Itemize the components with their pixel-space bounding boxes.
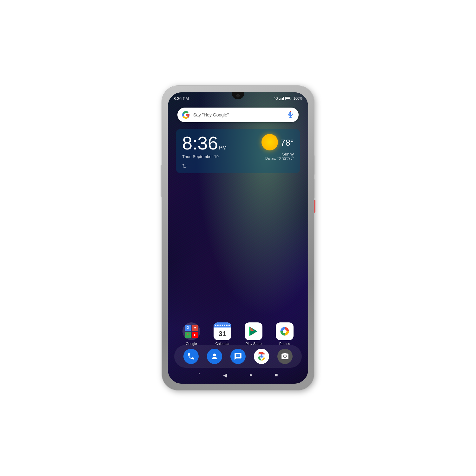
weather-description: Sunny (282, 152, 294, 156)
network-type-label: 4G (274, 97, 278, 100)
contacts-icon (210, 352, 219, 360)
camera-icon (281, 352, 289, 360)
volume-button[interactable] (161, 165, 162, 197)
photos-icon (276, 322, 294, 340)
signal-bar-1 (279, 99, 280, 100)
search-placeholder[interactable]: Say "Hey Google" (193, 112, 283, 117)
photos-svg (279, 326, 290, 337)
folder-mini-google: G (185, 325, 191, 331)
clock-weather-widget: 8:36PM Thur, September 19 ↻ 78° Sunny Da… (176, 129, 300, 173)
phone-device: 8:36 PM 4G 100% (162, 86, 314, 390)
svg-point-7 (260, 355, 263, 358)
dock-contacts[interactable] (207, 349, 222, 364)
nav-overview[interactable]: ■ (275, 372, 278, 378)
signal-bar-3 (282, 98, 283, 100)
cal-number: 31 (214, 327, 231, 340)
wallpaper: 8:36 PM 4G 100% (168, 92, 308, 384)
nav-home[interactable]: ● (249, 372, 253, 378)
playstore-svg (248, 326, 259, 337)
calendar-icon: ■ ■ ■ ■ ■ ■ ■ 31 (214, 322, 231, 340)
svg-rect-0 (290, 111, 291, 112)
phone-screen: 8:36 PM 4G 100% (168, 92, 308, 384)
clock-section: 8:36PM Thur, September 19 ↻ (182, 134, 261, 170)
phone-icon (187, 352, 195, 360)
folder-mini-maps: 📍 (185, 332, 191, 338)
folder-mini-gmail: M (192, 325, 198, 331)
power-button[interactable] (314, 155, 315, 175)
signal-bar-2 (281, 98, 281, 100)
svg-point-4 (283, 329, 287, 333)
dock-phone[interactable] (183, 349, 199, 364)
dock-messages[interactable] (230, 349, 246, 364)
app-row-1: G M 📍 ▶ (180, 322, 296, 346)
weather-temperature: 78° (281, 138, 294, 148)
weather-section: 78° Sunny Dallas, TX 92°/75° (261, 134, 294, 160)
app-item-photos[interactable]: Photos (274, 322, 296, 346)
weather-location: Dallas, TX 92°/75° (265, 156, 294, 160)
clock-time: 8:36PM (182, 134, 261, 152)
nav-back[interactable]: ◀ (223, 372, 227, 378)
dock (174, 345, 302, 368)
dock-camera[interactable] (277, 349, 293, 364)
volume-down-button[interactable] (314, 179, 315, 198)
chrome-icon (257, 352, 266, 361)
dock-chrome[interactable] (254, 349, 269, 364)
nav-recents[interactable]: ˅ (198, 372, 201, 378)
refresh-icon[interactable]: ↻ (182, 163, 261, 170)
app-item-google[interactable]: G M 📍 ▶ (180, 322, 202, 346)
mic-icon[interactable] (287, 111, 294, 119)
nav-bar: ˅ ◀ ● ■ (168, 369, 308, 381)
signal-bars (279, 96, 284, 100)
front-camera (236, 94, 240, 97)
app-grid: G M 📍 ▶ (168, 322, 308, 346)
battery-percent: 100% (294, 96, 302, 100)
battery-icon (285, 97, 292, 100)
weather-main: 78° (261, 134, 294, 152)
playstore-icon (245, 322, 262, 340)
weather-sun-icon (261, 134, 278, 150)
cal-header: ■ ■ ■ ■ ■ ■ ■ (214, 322, 231, 327)
status-time: 8:36 PM (174, 96, 189, 101)
clock-date: Thur, September 19 (182, 154, 261, 159)
app-item-playstore[interactable]: Play Store (242, 322, 265, 346)
folder-mini-youtube: ▶ (192, 332, 198, 338)
app-item-calendar[interactable]: ■ ■ ■ ■ ■ ■ ■ 31 Calendar (211, 322, 234, 346)
signal-bar-4 (283, 97, 284, 100)
google-g-icon (182, 111, 190, 119)
status-icons: 4G 100% (274, 96, 302, 100)
messages-icon (234, 352, 242, 360)
assistant-button[interactable] (314, 200, 315, 213)
google-search-bar[interactable]: Say "Hey Google" (177, 108, 299, 122)
google-folder-icon: G M 📍 ▶ (182, 322, 200, 340)
